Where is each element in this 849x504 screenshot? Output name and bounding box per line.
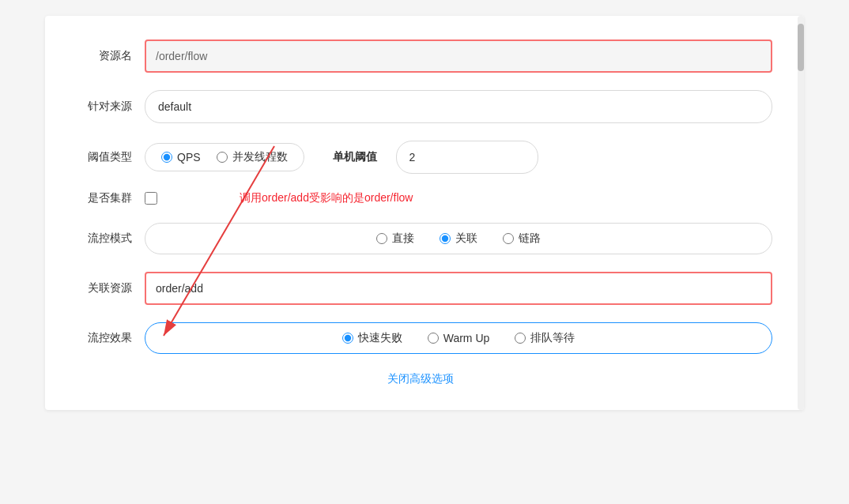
related-resource-content: [145, 272, 772, 305]
scrollbar-thumb[interactable]: [798, 24, 804, 71]
queue-radio-label[interactable]: 排队等待: [515, 331, 575, 345]
concurrent-radio[interactable]: [217, 152, 228, 163]
chain-label: 链路: [519, 231, 541, 246]
resource-name-input[interactable]: [145, 39, 772, 73]
queue-label: 排队等待: [530, 331, 575, 345]
threshold-row: QPS 并发线程数 单机阈值: [145, 141, 772, 174]
flow-effect-row: 流控效果 快速失败 Warm Up 排队等待: [69, 322, 772, 354]
threshold-type-label: 阈值类型: [69, 150, 132, 164]
chain-radio-label[interactable]: 链路: [503, 231, 541, 246]
related-resource-label: 关联资源: [69, 281, 132, 295]
cluster-checkbox[interactable]: [145, 192, 157, 205]
flow-effect-label: 流控效果: [69, 331, 132, 345]
related-resource-row: 关联资源: [69, 272, 772, 305]
close-advanced-button[interactable]: 关闭高级选项: [387, 372, 454, 386]
related-radio[interactable]: [440, 233, 451, 244]
qps-radio[interactable]: [161, 152, 172, 163]
direct-radio-label[interactable]: 直接: [376, 231, 414, 246]
cluster-label: 是否集群: [69, 191, 132, 205]
resource-name-row: 资源名: [69, 39, 772, 73]
chain-radio[interactable]: [503, 233, 514, 244]
source-row: 针对来源: [69, 90, 772, 123]
cluster-hint: 调用order/add受影响的是order/flow: [240, 191, 413, 205]
source-label: 针对来源: [69, 100, 132, 114]
related-radio-label[interactable]: 关联: [440, 231, 477, 246]
fast-fail-radio[interactable]: [342, 333, 353, 344]
flow-mode-content: 直接 关联 链路: [145, 223, 772, 254]
concurrent-radio-label[interactable]: 并发线程数: [217, 150, 288, 164]
machine-threshold-input[interactable]: [396, 141, 538, 174]
queue-radio[interactable]: [515, 333, 526, 344]
machine-threshold-label: 单机阈值: [333, 150, 377, 164]
form-container: 资源名 针对来源 阈值类型 QPS 并发线程数: [45, 16, 804, 410]
scrollbar[interactable]: [798, 16, 804, 410]
warm-up-label: Warm Up: [443, 332, 490, 344]
flow-effect-group: 快速失败 Warm Up 排队等待: [145, 322, 772, 354]
flow-mode-label: 流控模式: [69, 231, 132, 246]
qps-radio-label[interactable]: QPS: [161, 151, 201, 164]
threshold-radio-group: QPS 并发线程数: [145, 143, 304, 171]
fast-fail-label: 快速失败: [358, 331, 402, 345]
close-advanced-section: 关闭高级选项: [69, 371, 772, 386]
cluster-row: 是否集群 调用order/add受影响的是order/flow: [69, 191, 772, 205]
flow-mode-row: 流控模式 直接 关联 链路: [69, 223, 772, 254]
flow-mode-group: 直接 关联 链路: [145, 223, 772, 254]
related-label: 关联: [455, 231, 477, 246]
threshold-type-content: QPS 并发线程数 单机阈值: [145, 141, 772, 174]
source-content: [145, 90, 772, 123]
direct-radio[interactable]: [376, 233, 387, 244]
related-resource-input[interactable]: [145, 272, 772, 305]
warm-up-radio-label[interactable]: Warm Up: [428, 332, 490, 344]
concurrent-label: 并发线程数: [232, 150, 288, 164]
fast-fail-radio-label[interactable]: 快速失败: [342, 331, 402, 345]
threshold-type-row: 阈值类型 QPS 并发线程数 单机阈值: [69, 141, 772, 174]
cluster-input-row: 调用order/add受影响的是order/flow: [145, 192, 772, 205]
source-input[interactable]: [145, 90, 772, 123]
warm-up-radio[interactable]: [428, 333, 439, 344]
cluster-content: 调用order/add受影响的是order/flow: [145, 192, 772, 205]
direct-label: 直接: [392, 231, 414, 246]
resource-name-label: 资源名: [69, 49, 132, 63]
resource-name-content: [145, 39, 772, 73]
qps-label: QPS: [177, 151, 201, 164]
flow-effect-content: 快速失败 Warm Up 排队等待: [145, 322, 772, 354]
